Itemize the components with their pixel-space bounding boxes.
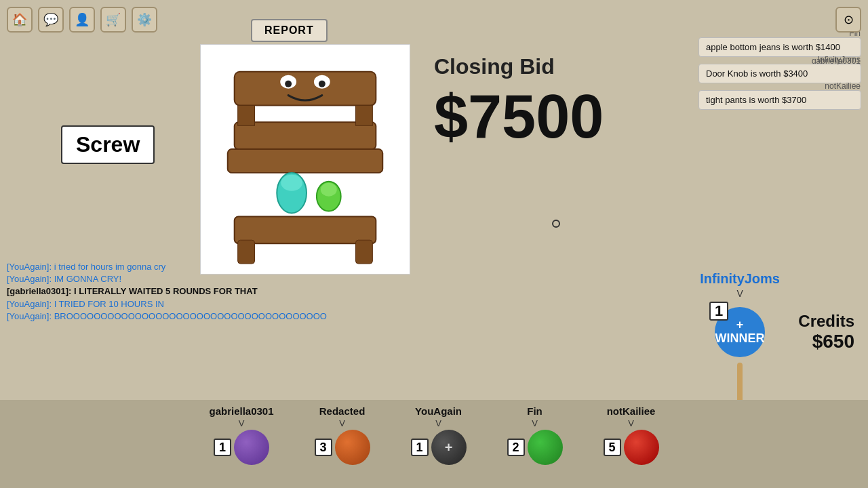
player-num-gabriella: 1 bbox=[214, 439, 231, 456]
player-card-fin: Fin V 2 bbox=[507, 405, 563, 465]
player-token-row-youagain: 1 + bbox=[411, 430, 467, 465]
auction-item-text-2: Door Knob is worth $3400 bbox=[706, 68, 808, 79]
chat-line-4: [YouAgain]: I TRIED FOR 10 HOURS IN bbox=[7, 298, 400, 310]
chat-area: [YouAgain]: i tried for hours im gonna c… bbox=[0, 261, 407, 323]
player-token-row-fin: 2 bbox=[507, 430, 563, 465]
chat-line-5: [YouAgain]: BROOOOOOOOOOOOOOOOOOOOOOOOOO… bbox=[7, 310, 400, 323]
auction-feed-item: Fin apple bottom jeans is worth $1400 ga… bbox=[698, 37, 861, 57]
winner-name: InfinityJoms bbox=[700, 271, 780, 287]
chat-line-3: [gabriella0301]: I LITERALLY WAITED 5 RO… bbox=[7, 285, 400, 298]
home-button[interactable]: 🏠 bbox=[7, 7, 33, 33]
settings-button[interactable]: ⚙️ bbox=[132, 7, 157, 33]
player-token-redacted bbox=[335, 430, 370, 465]
player-card-youagain: YouAgain V 1 + bbox=[411, 405, 467, 465]
player-card-notkailiee: notKailiee V 5 bbox=[604, 405, 659, 465]
closing-bid-amount: $7500 bbox=[434, 86, 604, 147]
auction-feed-item-3: notKailiee tight pants is worth $3700 bbox=[698, 90, 861, 110]
svg-rect-7 bbox=[356, 106, 373, 126]
svg-point-3 bbox=[285, 81, 292, 87]
plus-icon-youagain: + bbox=[445, 440, 453, 455]
toolbar: 🏠 💬 👤 🛒 ⚙️ bbox=[7, 7, 157, 33]
chat-line-1: [YouAgain]: i tried for hours im gonna c… bbox=[7, 261, 400, 273]
winner-v: V bbox=[736, 288, 743, 299]
player-num-redacted: 3 bbox=[315, 439, 332, 456]
player-token-row-gabriella: 1 bbox=[214, 430, 269, 465]
closing-bid-area: Closing Bid $7500 bbox=[434, 54, 604, 147]
player-v-gabriella: V bbox=[239, 418, 245, 428]
player-v-notkailiee: V bbox=[628, 418, 634, 428]
player-card-redacted: Redacted V 3 bbox=[315, 405, 370, 465]
auction-feed-item-2: InfinityJoms Door Knob is worth $3400 bbox=[698, 64, 861, 83]
svg-rect-15 bbox=[356, 240, 373, 264]
svg-point-10 bbox=[281, 175, 302, 191]
player-v-youagain: V bbox=[435, 418, 441, 428]
credits-amount: $650 bbox=[798, 331, 854, 352]
svg-rect-14 bbox=[238, 240, 255, 264]
svg-rect-13 bbox=[235, 216, 376, 243]
more-options-button[interactable]: ⊙ bbox=[835, 7, 861, 33]
player-token-row-notkailiee: 5 bbox=[604, 430, 659, 465]
player-name-youagain: YouAgain bbox=[415, 405, 462, 417]
player-card-gabriella: gabriella0301 V 1 bbox=[209, 405, 273, 465]
svg-point-12 bbox=[321, 183, 337, 197]
winner-badge: 1 + WINNER bbox=[709, 302, 770, 363]
report-button[interactable]: REPORT bbox=[251, 19, 328, 42]
auction-user-notkailiee: notKailiee bbox=[825, 81, 861, 91]
svg-rect-5 bbox=[235, 122, 376, 149]
player-num-youagain: 1 bbox=[411, 439, 429, 456]
player-token-youagain: + bbox=[431, 430, 467, 465]
winner-area: InfinityJoms V 1 + WINNER bbox=[700, 271, 780, 403]
svg-point-4 bbox=[319, 81, 326, 87]
player-token-gabriella bbox=[234, 430, 269, 465]
player-name-fin: Fin bbox=[527, 405, 542, 417]
auction-feed: Fin apple bottom jeans is worth $1400 ga… bbox=[698, 37, 861, 110]
auction-user-infinity: InfinityJoms bbox=[818, 55, 861, 64]
player-token-notkailiee bbox=[624, 430, 659, 465]
cursor bbox=[552, 220, 560, 228]
winner-stick bbox=[737, 363, 743, 403]
auction-item-text-3: tight pants is worth $3700 bbox=[706, 95, 806, 105]
svg-rect-6 bbox=[238, 106, 255, 126]
player-num-notkailiee: 5 bbox=[604, 439, 621, 456]
shop-button[interactable]: 🛒 bbox=[100, 7, 126, 33]
player-v-fin: V bbox=[532, 418, 538, 428]
player-name-redacted: Redacted bbox=[319, 405, 366, 417]
player-num-fin: 2 bbox=[507, 439, 525, 456]
winner-num: 1 bbox=[709, 302, 728, 321]
player-v-redacted: V bbox=[339, 418, 345, 428]
credits-area: Credits $650 bbox=[798, 312, 854, 352]
item-label: Screw bbox=[61, 125, 155, 164]
credits-label: Credits bbox=[798, 312, 854, 331]
item-display-box bbox=[200, 44, 410, 274]
chat-button[interactable]: 💬 bbox=[38, 7, 64, 33]
player-bar: gabriella0301 V 1 Redacted V 3 YouAgain … bbox=[0, 400, 868, 488]
auction-item-text: apple bottom jeans is worth $1400 bbox=[706, 42, 840, 52]
player-name-gabriella: gabriella0301 bbox=[209, 405, 273, 417]
player-token-fin bbox=[528, 430, 563, 465]
player-token-row-redacted: 3 bbox=[315, 430, 370, 465]
player-name-notkailiee: notKailiee bbox=[607, 405, 656, 417]
chat-line-2: [YouAgain]: IM GONNA CRY! bbox=[7, 273, 400, 285]
winner-label: + WINNER bbox=[715, 319, 765, 346]
profile-button[interactable]: 👤 bbox=[69, 7, 95, 33]
svg-rect-8 bbox=[228, 149, 383, 173]
closing-bid-title: Closing Bid bbox=[434, 54, 604, 79]
